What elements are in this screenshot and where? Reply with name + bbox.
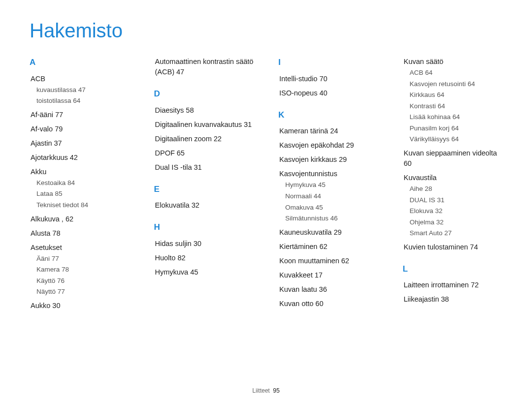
index-letter: H (154, 221, 254, 234)
index-subentry: Ääni 77 (36, 254, 130, 264)
index-entry-line: Kuvaustila (403, 173, 503, 183)
index-entry: Kameran tärinä 24 (278, 126, 378, 136)
index-subentry: Aihe 28 (410, 184, 503, 194)
index-columns: AACBkuvaustilassa 47toistotilassa 64Af-ä… (30, 57, 502, 315)
index-subentry: Elokuva 32 (410, 206, 503, 216)
index-subentry: Kontrasti 64 (410, 101, 503, 111)
index-entry: Elokuvatila 32 (154, 200, 254, 211)
index-entry: Alkukuva , 62 (30, 214, 130, 224)
index-entry-line: Alkukuva , 62 (30, 214, 130, 224)
index-entry-line: Kasvojen epäkohdat 29 (278, 140, 378, 151)
index-entry-line: Aukko 30 (30, 301, 130, 311)
footer-page-number: 95 (273, 387, 279, 394)
index-letter: E (154, 184, 254, 196)
index-entry-line: Kasvojen kirkkaus 29 (278, 154, 378, 165)
index-entry-line: Asetukset (30, 243, 130, 253)
index-entry: Liikeajastin 38 (403, 294, 503, 305)
index-entry: DPOF 65 (154, 148, 254, 158)
index-entry: Kasvojen epäkohdat 29 (278, 140, 378, 151)
index-entry: Kuvan laatu 36 (278, 284, 378, 295)
index-entry-line: Intelli-studio 70 (278, 74, 378, 84)
index-entry-line: Af-ääni 77 (30, 110, 130, 120)
index-subentry: Silmätunnistus 46 (285, 214, 378, 223)
index-entry-line: Kasvojentunnistus (278, 169, 378, 179)
footer-label: Liitteet (252, 387, 269, 394)
index-entry: Kuvan otto 60 (278, 299, 378, 309)
column-2: Automaattinen kontrastin säätö (ACB) 47D… (154, 57, 254, 315)
index-entry: Af-valo 79 (30, 124, 130, 134)
index-entry-line: Huolto 82 (154, 253, 254, 263)
index-entry-line: Digitaalinen kuvanvakautus 31 (154, 120, 254, 130)
page-footer: Liitteet 95 (0, 387, 532, 394)
index-entry-line: Ajastin 37 (30, 138, 130, 149)
column-3: IIntelli-studio 70ISO-nopeus 40KKameran … (278, 57, 378, 315)
index-entry-line: Kiertäminen 62 (278, 242, 378, 252)
index-entry-line: Elokuvatila 32 (154, 200, 254, 211)
index-entry: KuvaustilaAihe 28DUAL IS 31Elokuva 32Ohj… (403, 173, 503, 238)
index-entry-line: Alusta 78 (30, 228, 130, 239)
index-entry: Hidas suljin 30 (154, 239, 254, 249)
index-entry: Aukko 30 (30, 301, 130, 311)
index-entry-line: DPOF 65 (154, 148, 254, 158)
index-subentry: Käyttö 76 (36, 276, 130, 286)
index-entry-line: Kuvan otto 60 (278, 299, 378, 309)
index-subentries: Hymykuva 45Normaali 44Omakuva 45Silmätun… (278, 180, 378, 223)
index-subentry: Näyttö 77 (36, 287, 130, 297)
index-entry: Kauneuskuvatila 29 (278, 227, 378, 238)
index-letter: A (30, 57, 130, 69)
index-entry: Huolto 82 (154, 253, 254, 263)
index-entry: Hymykuva 45 (154, 267, 254, 278)
index-entry-line: Liikeajastin 38 (403, 294, 503, 305)
index-entry: Dual IS -tila 31 (154, 162, 254, 173)
index-subentry: Hymykuva 45 (285, 180, 378, 190)
index-entry: Alusta 78 (30, 228, 130, 239)
index-entry: KasvojentunnistusHymykuva 45Normaali 44O… (278, 169, 378, 223)
index-subentry: Kestoaika 84 (36, 178, 130, 188)
index-subentry: Tekniset tiedot 84 (36, 200, 130, 210)
index-subentry: DUAL IS 31 (410, 195, 503, 205)
index-entry-line: Laitteen irrottaminen 72 (403, 280, 503, 290)
index-entry-line: Kuvakkeet 17 (278, 270, 378, 280)
index-subentry: Omakuva 45 (285, 203, 378, 213)
index-entry: ISO-nopeus 40 (278, 88, 378, 98)
index-entry-line: Akku (30, 167, 130, 177)
index-entry: AkkuKestoaika 84Lataa 85Tekniset tiedot … (30, 167, 130, 210)
index-entry-line: Kuvan sieppaaminen videolta 60 (403, 148, 503, 169)
index-subentry: kuvaustilassa 47 (36, 85, 130, 95)
index-entry: Diaesitys 58 (154, 105, 254, 116)
index-entry: Ajastin 37 (30, 138, 130, 149)
index-entry: Kuvan säätöACB 64Kasvojen retusointi 64K… (403, 57, 503, 144)
index-page: Hakemisto AACBkuvaustilassa 47toistotila… (0, 0, 532, 401)
index-letter: L (403, 263, 503, 276)
index-entry: ACBkuvaustilassa 47toistotilassa 64 (30, 74, 130, 106)
index-entry: Kasvojen kirkkaus 29 (278, 154, 378, 165)
index-entry: Laitteen irrottaminen 72 (403, 280, 503, 290)
index-entry-line: Kuvan säätö (403, 57, 503, 67)
index-letter: K (278, 109, 378, 122)
index-subentry: Kirkkaus 64 (410, 90, 503, 100)
index-subentry: Lisää kohinaa 64 (410, 112, 503, 122)
index-subentry: Värikylläisyys 64 (410, 134, 503, 144)
index-entry-line: ACB (30, 74, 130, 84)
index-entry-line: Automaattinen kontrastin säätö (ACB) 47 (154, 57, 254, 77)
index-subentry: Kamera 78 (36, 265, 130, 275)
index-entry: AsetuksetÄäni 77Kamera 78Käyttö 76Näyttö… (30, 243, 130, 297)
index-subentry: Normaali 44 (285, 191, 378, 201)
index-entry: Kuvien tulostaminen 74 (403, 242, 503, 252)
index-subentries: kuvaustilassa 47toistotilassa 64 (30, 85, 130, 106)
index-subentry: Punasilm korj 64 (410, 123, 503, 133)
index-entry-line: Kuvien tulostaminen 74 (403, 242, 503, 252)
index-entry-line: ISO-nopeus 40 (278, 88, 378, 98)
index-entry: Af-ääni 77 (30, 110, 130, 120)
column-1: AACBkuvaustilassa 47toistotilassa 64Af-ä… (30, 57, 130, 315)
index-subentry: Ohjelma 32 (410, 217, 503, 227)
index-subentry: Smart Auto 27 (410, 228, 503, 238)
index-entry-line: Hidas suljin 30 (154, 239, 254, 249)
index-entry-line: Hymykuva 45 (154, 267, 254, 278)
index-entry: Automaattinen kontrastin säätö (ACB) 47 (154, 57, 254, 77)
index-letter: D (154, 88, 254, 100)
index-entry: Intelli-studio 70 (278, 74, 378, 84)
index-subentry: toistotilassa 64 (36, 96, 130, 106)
index-entry-line: Koon muuttaminen 62 (278, 256, 378, 266)
index-subentry: Kasvojen retusointi 64 (410, 79, 503, 89)
